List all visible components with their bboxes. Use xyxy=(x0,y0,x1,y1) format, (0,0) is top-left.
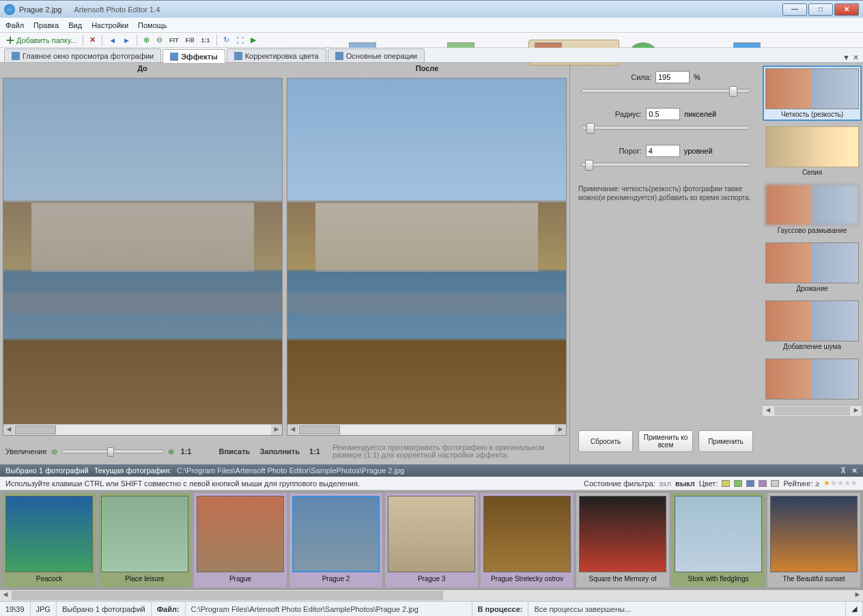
thumbnail[interactable]: Prague Strelecky ostrov xyxy=(481,493,574,587)
filter-off[interactable]: выкл xyxy=(675,479,695,488)
thumbnail[interactable]: Prague 3 xyxy=(385,493,478,587)
filter-state-label: Состояние фильтра: xyxy=(584,479,655,488)
effects-panel: Четкость (резкость) Сепия Гауссово размы… xyxy=(761,63,863,464)
zoom-fill[interactable]: Заполнить xyxy=(257,447,302,456)
current-photo-path: C:\Program Files\Artensoft Photo Editor\… xyxy=(177,466,404,475)
tab-icon xyxy=(170,53,178,61)
fullscreen-icon[interactable]: ⛶ xyxy=(234,36,246,45)
before-image[interactable]: ◄► xyxy=(3,78,283,436)
effect-sepia[interactable]: Сепия xyxy=(763,124,862,179)
minimize-button[interactable]: — xyxy=(782,3,807,16)
zoom-out-icon[interactable]: ⊖ xyxy=(51,447,57,456)
scrollbar-thumb[interactable] xyxy=(15,425,56,434)
titlebar: Prague 2.jpg Artensoft Photo Editor 1.4 … xyxy=(0,0,863,18)
color-chip[interactable] xyxy=(771,480,779,487)
resize-grip-icon[interactable]: ◢ xyxy=(846,602,863,616)
menubar: Файл Правка Вид Настройки Помощь xyxy=(0,18,863,33)
effects-scrollbar[interactable]: ◄► xyxy=(763,405,862,416)
apply-all-button[interactable]: Применить ко всем xyxy=(638,430,693,452)
radius-slider[interactable] xyxy=(581,126,750,130)
zoom-slider[interactable] xyxy=(61,449,164,453)
zoom-label: Увеличение xyxy=(5,447,47,456)
thumbnail[interactable]: The Beautiful sunset xyxy=(767,493,860,587)
tab-effects[interactable]: Эффекты xyxy=(162,49,225,63)
effect-more[interactable] xyxy=(763,356,862,402)
maximize-button[interactable]: □ xyxy=(808,3,833,16)
filter-on[interactable]: вкл xyxy=(660,479,671,488)
after-image[interactable]: ◄► xyxy=(287,78,567,436)
reset-button[interactable]: Сбросить xyxy=(578,430,633,452)
status-count: 19\39 xyxy=(0,602,31,616)
current-photo-label: Текущая фотография: xyxy=(94,466,171,475)
rating-filter[interactable]: ★★★★★ xyxy=(823,479,858,488)
strength-label: Сила: xyxy=(631,73,651,81)
thumbnail[interactable]: Stork with fledglings xyxy=(672,493,765,587)
status-bar: 19\39 JPG Выбрано 1 фотографий Файл: В п… xyxy=(0,601,863,616)
panel-close-icon[interactable]: ✕ xyxy=(851,466,858,475)
rating-label: Рейтинг: ≥ xyxy=(783,479,819,488)
zoom-in-icon[interactable]: ⊕ xyxy=(168,447,174,456)
tab-icon xyxy=(335,52,343,60)
filmstrip-scrollbar[interactable]: ◄► xyxy=(0,590,863,601)
menu-file[interactable]: Файл xyxy=(5,21,24,29)
menu-settings[interactable]: Настройки xyxy=(91,21,128,29)
panel-pin-icon[interactable]: ⊼ xyxy=(840,466,846,475)
status-file-label: Файл: xyxy=(152,602,186,616)
title-app: Artensoft Photo Editor 1.4 xyxy=(74,5,160,14)
color-chip[interactable] xyxy=(746,480,754,487)
filmstrip: Peacock Place leisure Prague Prague 2 Pr… xyxy=(0,490,863,590)
zoom-out-icon[interactable]: ⊖ xyxy=(154,35,165,45)
effect-add-noise[interactable]: Добавление шума xyxy=(763,298,862,353)
filter-hint: Используйте клавиши CTRL или SHIFT совме… xyxy=(5,479,360,488)
zoom-in-icon[interactable]: ⊕ xyxy=(141,35,152,45)
zoom-1to1[interactable]: 1:1 xyxy=(178,447,195,456)
tab-dropdown-icon[interactable]: ▼ xyxy=(843,53,850,62)
tab-color[interactable]: Корректировка цвета xyxy=(227,48,326,62)
thumbnail[interactable]: Prague xyxy=(194,493,287,587)
one-to-one-button[interactable]: 1:1 xyxy=(199,36,213,44)
play-icon[interactable]: ▶ xyxy=(248,35,259,45)
filmstrip-filters: Используйте клавиши CTRL или SHIFT совме… xyxy=(0,477,863,490)
effect-sharpness[interactable]: Четкость (резкость) xyxy=(763,66,862,121)
title-filename: Prague 2.jpg xyxy=(19,5,61,14)
scrollbar-thumb[interactable] xyxy=(299,425,340,434)
thumbnail[interactable]: Square the Memory of xyxy=(576,493,669,587)
threshold-slider[interactable] xyxy=(581,163,750,167)
tab-close-icon[interactable]: ✕ xyxy=(853,53,859,62)
menu-help[interactable]: Помощь xyxy=(138,21,167,29)
tab-icon xyxy=(234,52,242,60)
effect-gaussian-blur[interactable]: Гауссово размывание xyxy=(763,182,862,237)
threshold-input[interactable] xyxy=(646,145,680,157)
next-icon[interactable]: ► xyxy=(120,36,133,45)
radius-input[interactable] xyxy=(646,108,680,120)
fill-button[interactable]: Fill xyxy=(183,36,197,44)
rotate-icon[interactable]: ↻ xyxy=(221,35,232,45)
delete-icon[interactable]: ✕ xyxy=(87,35,98,45)
tab-basic[interactable]: Основные операции xyxy=(328,48,425,62)
strength-input[interactable] xyxy=(655,71,690,83)
effect-jitter[interactable]: Дрожание xyxy=(763,240,862,295)
menu-edit[interactable]: Правка xyxy=(33,21,59,29)
zoom-hint: Рекомендуется просматривать фотографию в… xyxy=(333,444,545,459)
close-button[interactable]: ✕ xyxy=(834,3,859,16)
color-chip[interactable] xyxy=(722,480,730,487)
fit-button[interactable]: FIT xyxy=(167,36,182,44)
thumbnail-selected[interactable]: Prague 2 xyxy=(289,493,382,587)
zoom-1to1-b[interactable]: 1:1 xyxy=(307,447,323,456)
tab-main-preview[interactable]: Главное окно просмотра фотографии xyxy=(4,48,161,62)
zoom-fit[interactable]: Вписать xyxy=(216,447,253,456)
thumbnail[interactable]: Place leisure xyxy=(98,493,191,587)
add-folder-button[interactable]: Добавить папку... xyxy=(3,35,79,46)
params-note: Примечание: четкость(резкость) фотографи… xyxy=(578,184,753,202)
color-label: Цвет: xyxy=(699,479,718,488)
status-selected: Выбрано 1 фотографий xyxy=(57,602,152,616)
apply-button[interactable]: Применить xyxy=(698,430,753,452)
prev-icon[interactable]: ◄ xyxy=(106,36,119,45)
workarea: До После ◄► ◄► Увеличение ⊖ ⊕ 1:1 Вписат… xyxy=(0,63,863,464)
status-process-label: В процессе: xyxy=(472,602,529,616)
strength-slider[interactable] xyxy=(581,89,750,93)
menu-view[interactable]: Вид xyxy=(68,21,82,29)
color-chip[interactable] xyxy=(759,480,767,487)
color-chip[interactable] xyxy=(734,480,742,487)
thumbnail[interactable]: Peacock xyxy=(3,493,96,587)
